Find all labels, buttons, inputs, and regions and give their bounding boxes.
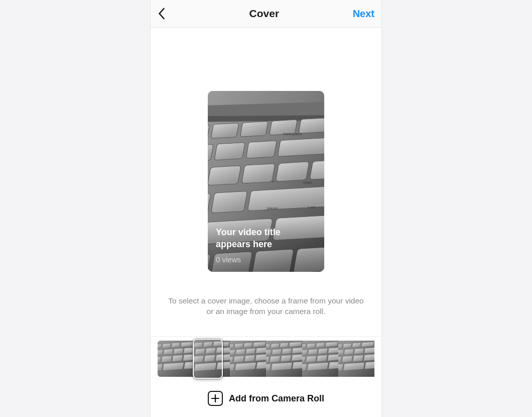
next-button[interactable]: Next <box>353 8 374 20</box>
content-area: Your video title appears here 0 views To… <box>151 28 381 417</box>
frame-scrubber[interactable] <box>158 341 374 377</box>
filmstrip-frame[interactable] <box>230 341 266 377</box>
app-screen: Cover Next Your video title appears here… <box>150 0 382 417</box>
page-title: Cover <box>249 8 280 20</box>
video-title: Your video title appears here <box>216 227 316 250</box>
filmstrip-section <box>151 336 381 382</box>
nav-bar: Cover Next <box>151 0 381 28</box>
cover-preview: Your video title appears here 0 views <box>208 91 324 272</box>
add-from-camera-roll-button[interactable]: Add from Camera Roll <box>151 382 381 417</box>
filmstrip-frame[interactable] <box>158 341 194 377</box>
cover-preview-area: Your video title appears here 0 views To… <box>151 28 381 336</box>
chevron-left-icon <box>158 8 165 20</box>
helper-text: To select a cover image, choose a frame … <box>151 296 381 317</box>
plus-icon <box>208 391 223 406</box>
filmstrip-frame[interactable] <box>338 341 374 377</box>
cover-overlay: Your video title appears here 0 views <box>208 220 324 272</box>
selected-frame-thumb <box>194 340 222 378</box>
back-button[interactable] <box>158 5 176 23</box>
frame-selector-handle[interactable] <box>193 339 223 379</box>
view-count: 0 views <box>216 255 316 264</box>
filmstrip-frame[interactable] <box>302 341 338 377</box>
add-from-camera-roll-label: Add from Camera Roll <box>229 393 324 404</box>
filmstrip-frame[interactable] <box>266 341 302 377</box>
